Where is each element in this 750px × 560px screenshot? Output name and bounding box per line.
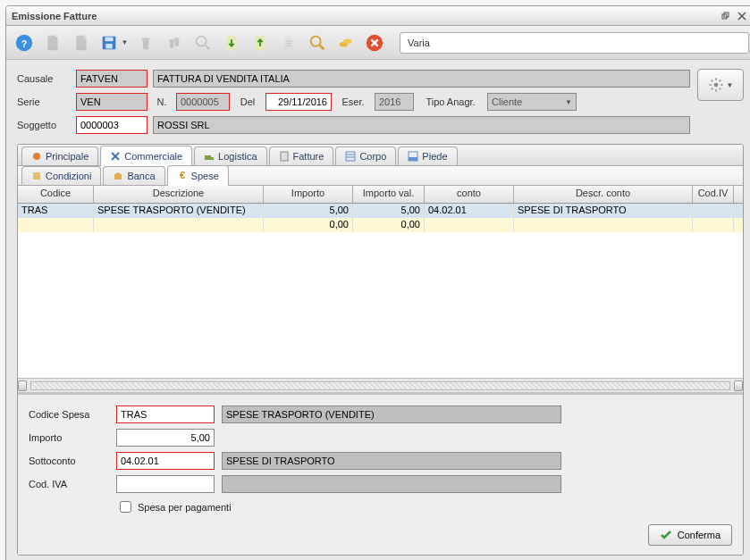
tipoanagr-value: Cliente [492,96,522,107]
subtab-condizioni[interactable]: Condizioni [21,166,101,185]
coins-icon[interactable] [333,30,358,55]
scroll-right-icon[interactable] [734,380,743,391]
tab-label: Spese [191,171,219,181]
cell [94,218,264,232]
col-importo[interactable]: Importo [264,186,353,203]
sottoconto-descr: SPESE DI TRASPORTO [222,452,561,470]
trash-icon[interactable] [133,30,158,55]
table-row[interactable]: 0,00 0,00 [18,218,743,232]
importo-field[interactable]: 5,00 [116,429,215,447]
tab-label: Corpo [359,151,386,162]
save-icon[interactable]: ▼ [97,30,130,55]
tab-label: Logistica [218,151,257,162]
svg-rect-28 [346,152,355,161]
cell: 04.02.01 [425,204,514,218]
tab-principale[interactable]: Principale [21,146,98,165]
chevron-down-icon: ▼ [565,98,572,106]
zoom-icon[interactable] [305,30,330,55]
search-icon[interactable] [190,30,215,55]
tab-commerciale[interactable]: Commerciale [100,146,192,166]
scroll-left-icon[interactable] [18,380,27,391]
tab-corpo[interactable]: Corpo [335,146,396,165]
svg-point-21 [713,83,718,88]
soggetto-label: Soggetto [17,120,71,130]
soggetto-descr: ROSSI SRL [153,116,690,134]
settings-button[interactable]: ▼ [697,69,744,101]
col-codiv[interactable]: Cod.IV [693,186,734,203]
causale-descr: FATTURA DI VENDITA ITALIA [153,70,690,88]
new-doc2-icon[interactable] [69,30,94,55]
svg-text:?: ? [21,38,27,48]
importo-label: Importo [29,432,109,443]
tab-label: Fatture [293,151,324,162]
svg-line-10 [206,45,210,49]
causale-label: Causale [17,73,71,84]
subtab-spese[interactable]: €Spese [167,165,229,186]
col-codice[interactable]: Codice [18,186,94,203]
cell: SPESE DI TRASPORTO [514,204,693,218]
scrollbar-horizontal[interactable] [18,378,743,392]
tab-label: Piede [422,151,447,162]
subtab-banca[interactable]: Banca [103,166,164,185]
grid: Codice Descrizione Importo Importo val. … [18,186,743,392]
doc-lines-icon[interactable] [276,30,301,55]
cell: 0,00 [353,218,425,232]
new-doc-icon[interactable] [40,30,65,55]
scroll-track[interactable] [30,381,730,390]
col-importoval[interactable]: Importo val. [353,186,425,203]
serie-field[interactable]: VEN [76,93,147,111]
window-title: Emissione Fatture [12,11,717,21]
restore-icon[interactable] [719,10,733,22]
col-conto[interactable]: conto [425,186,514,203]
tab-label: Principale [46,151,88,162]
cell: 5,00 [264,204,353,218]
svg-point-22 [33,153,40,160]
help-icon[interactable]: ? [12,30,37,55]
codiva-descr [222,475,561,493]
spesapagamenti-checkbox[interactable] [120,501,131,513]
codiva-field[interactable] [116,475,215,493]
svg-rect-25 [205,155,211,160]
import-icon[interactable] [219,30,244,55]
export-icon[interactable] [248,30,273,55]
cell: SPESE TRASPORTO (VENDITE) [94,204,264,218]
serie-label: Serie [17,96,71,107]
sottoconto-label: Sottoconto [29,456,109,466]
soggetto-field[interactable]: 0000003 [76,116,147,134]
tab-label: Banca [127,171,155,181]
cell [693,204,734,218]
sottoconto-field[interactable]: 04.02.01 [116,452,215,470]
col-descrconto[interactable]: Descr. conto [514,186,693,203]
trash-multi-icon[interactable] [162,30,187,55]
n-field[interactable]: 0000005 [176,93,230,111]
causale-field[interactable]: FATVEN [76,70,147,88]
cell [514,218,693,232]
chevron-down-icon: ▼ [727,81,734,89]
n-label: N. [153,96,171,107]
tab-logistica[interactable]: Logistica [194,146,266,165]
cancel-icon[interactable] [362,30,387,55]
confirm-button[interactable]: Conferma [648,524,732,546]
confirm-label: Conferma [678,530,721,540]
svg-text:€: € [180,171,185,180]
tipoanagr-field[interactable]: Cliente▼ [487,93,577,111]
cell: 0,00 [264,218,353,232]
del-field[interactable]: 29/11/2016 [265,93,332,111]
eser-field[interactable]: 2016 [375,93,414,111]
detail-form: Codice Spesa TRAS SPESE TRASPORTO (VENDI… [18,392,743,555]
titlebar: Emissione Fatture [6,6,750,26]
svg-rect-33 [33,172,40,180]
tipoanagr-label: Tipo Anagr. [419,96,482,107]
codicespesa-field[interactable]: TRAS [116,405,215,423]
cell [693,218,734,232]
codicespesa-descr: SPESE TRASPORTO (VENDITE) [222,405,561,423]
col-descrizione[interactable]: Descrizione [94,186,264,203]
svg-rect-32 [409,157,417,161]
eser-label: Eser. [337,96,369,107]
del-label: Del [235,96,260,107]
close-icon[interactable] [735,10,749,22]
tab-fatture[interactable]: Fatture [269,146,334,165]
table-row[interactable]: TRAS SPESE TRASPORTO (VENDITE) 5,00 5,00… [18,204,743,218]
tab-piede[interactable]: Piede [398,146,457,165]
svg-rect-27 [281,152,288,161]
